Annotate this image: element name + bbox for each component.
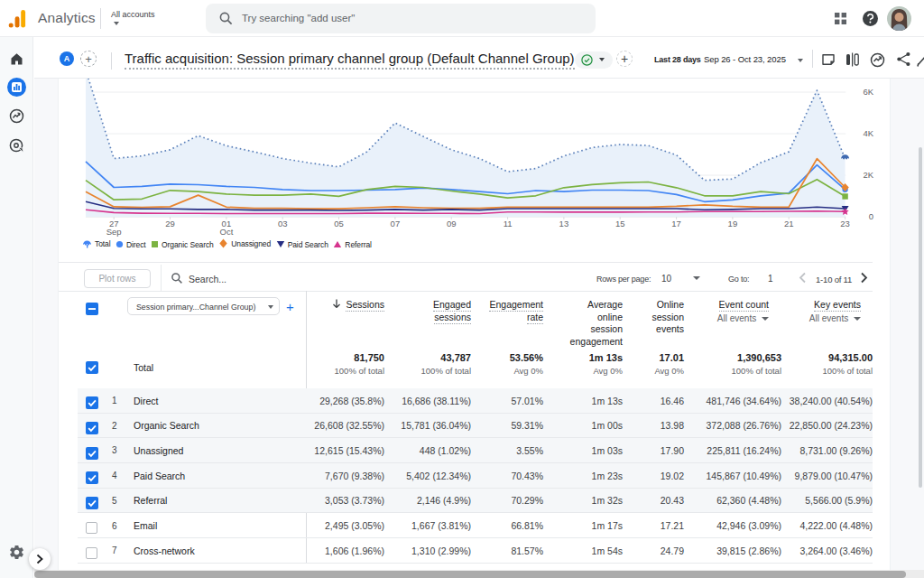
svg-text:11: 11 (504, 219, 513, 228)
svg-text:17: 17 (671, 219, 681, 228)
svg-text:15: 15 (615, 219, 625, 228)
svg-text:4K: 4K (863, 128, 873, 138)
svg-text:29: 29 (165, 219, 175, 228)
svg-text:2K: 2K (863, 170, 873, 180)
svg-text:07: 07 (391, 219, 401, 228)
svg-text:0: 0 (869, 211, 873, 221)
svg-text:03: 03 (278, 219, 288, 228)
svg-text:09: 09 (447, 219, 457, 228)
svg-text:6K: 6K (863, 87, 873, 97)
svg-text:19: 19 (728, 219, 738, 228)
svg-text:21: 21 (784, 219, 794, 228)
svg-text:13: 13 (559, 219, 569, 228)
svg-text:23: 23 (840, 219, 850, 228)
svg-text:05: 05 (334, 219, 344, 228)
